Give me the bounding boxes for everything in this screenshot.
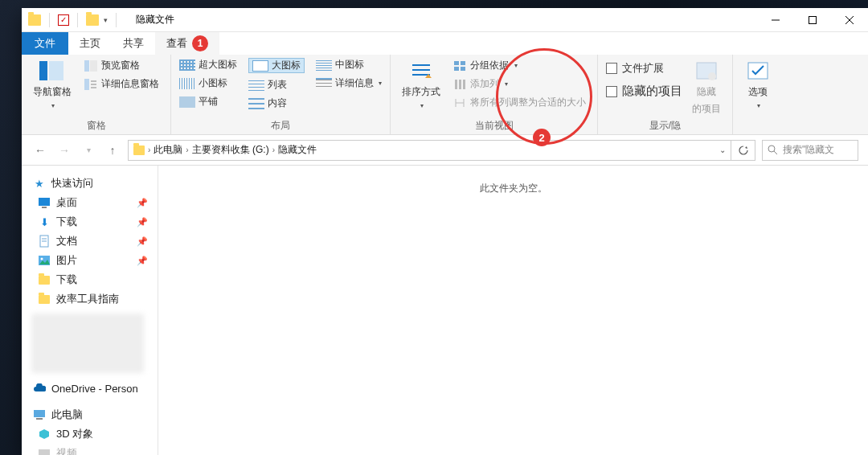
svg-rect-39 — [39, 449, 50, 455]
documents-icon — [38, 235, 51, 248]
maximize-button[interactable] — [794, 8, 831, 32]
group-label-current-view: 当前视图 — [399, 119, 589, 134]
window-title: 隐藏文件 — [136, 13, 174, 27]
content-icon — [248, 98, 264, 109]
layout-extra-large[interactable]: 超大图标 — [179, 58, 237, 72]
ribbon-group-layout: 超大图标 小图标 平铺 大图标 列表 内容 中图标 详细信息▾ 布局 — [171, 55, 391, 134]
sidebar-item-downloads-2[interactable]: 下载 — [22, 270, 158, 289]
svg-rect-15 — [454, 61, 459, 65]
sidebar-item-efficiency[interactable]: 效率工具指南 — [22, 289, 158, 309]
sort-by-button[interactable]: 排序方式 ▾ — [399, 58, 444, 111]
address-bar[interactable]: › 此电脑 › 主要资料收集 (G:) › 隐藏文件 ⌄ — [128, 140, 731, 161]
tiles-icon — [179, 96, 195, 108]
up-button[interactable]: ↑ — [104, 141, 121, 159]
empty-folder-label: 此文件夹为空。 — [480, 182, 547, 195]
ribbon-group-options: 选项 ▾ — [733, 55, 783, 134]
checkbox-icon — [606, 63, 617, 74]
layout-small[interactable]: 小图标 — [179, 76, 237, 90]
large-icons-icon — [252, 60, 268, 72]
breadcrumb-drive[interactable]: 主要资料收集 (G:) — [192, 143, 269, 157]
svg-rect-4 — [39, 61, 47, 80]
back-button[interactable]: ← — [31, 141, 49, 159]
recent-locations-dropdown[interactable]: ▾ — [80, 141, 97, 159]
svg-rect-19 — [455, 80, 457, 89]
hide-selected-button[interactable]: 隐藏 的项目 — [689, 58, 724, 117]
file-extensions-checkbox[interactable]: 文件扩展 — [606, 61, 682, 76]
sidebar-item-desktop[interactable]: 桌面 📌 — [22, 193, 158, 212]
ribbon: 导航窗格 ▾ 预览窗格 详细信息窗格 窗格 — [22, 55, 868, 135]
hidden-items-label: 隐藏的项目 — [622, 84, 682, 99]
properties-qat-icon[interactable]: ✓ — [58, 14, 69, 26]
sidebar-blurred-item — [31, 314, 144, 373]
group-by-button[interactable]: 分组依据▾ — [450, 58, 589, 73]
layout-details[interactable]: 详细信息▾ — [316, 76, 382, 90]
folder-icon — [38, 293, 51, 305]
breadcrumb-this-pc[interactable]: 此电脑 — [154, 143, 182, 157]
add-columns-label: 添加列 — [470, 77, 499, 91]
breadcrumb-folder[interactable]: 隐藏文件 — [278, 143, 317, 157]
pin-icon: 📌 — [137, 217, 148, 228]
layout-medium[interactable]: 中图标 — [316, 58, 382, 72]
qat-dropdown-icon[interactable]: ▾ — [104, 16, 108, 24]
desktop-icon — [38, 196, 51, 209]
hide-selected-label-1: 隐藏 — [697, 85, 716, 99]
search-box[interactable]: 搜索"隐藏文 — [762, 140, 858, 161]
svg-rect-8 — [84, 79, 89, 90]
dropdown-arrow-icon: ▾ — [505, 80, 508, 88]
sort-icon — [408, 59, 434, 82]
details-pane-icon — [84, 79, 97, 90]
svg-rect-1 — [809, 16, 817, 23]
minimize-button[interactable] — [757, 8, 794, 32]
tab-view[interactable]: 查看 1 — [155, 32, 219, 55]
address-dropdown-icon[interactable]: ⌄ — [719, 146, 726, 154]
small-icons-icon — [179, 78, 195, 89]
options-button[interactable]: 选项 ▾ — [741, 58, 775, 111]
group-label-panes: 窗格 — [30, 119, 162, 134]
sidebar-onedrive[interactable]: OneDrive - Person — [22, 379, 158, 397]
folder-icon — [38, 273, 51, 286]
autosize-columns-button[interactable]: 将所有列调整为合适的大小 — [450, 95, 589, 110]
sidebar-this-pc[interactable]: 此电脑 — [22, 405, 158, 424]
layout-large[interactable]: 大图标 — [248, 58, 305, 73]
main-area: ★ 快速访问 桌面 📌 ⬇ 下载 📌 文档 📌 图片 📌 — [22, 166, 868, 455]
downloads-icon: ⬇ — [38, 215, 51, 228]
sidebar-item-downloads[interactable]: ⬇ 下载 📌 — [22, 212, 158, 232]
dropdown-arrow-icon: ▾ — [51, 102, 55, 109]
hide-selected-label-2: 的项目 — [692, 102, 721, 116]
tab-share[interactable]: 共享 — [112, 32, 155, 55]
svg-rect-7 — [90, 60, 97, 72]
details-pane-button[interactable]: 详细信息窗格 — [81, 76, 162, 92]
svg-rect-17 — [454, 67, 459, 71]
pc-icon — [33, 408, 46, 421]
add-columns-button[interactable]: 添加列▾ — [450, 76, 589, 92]
sidebar-item-3d-objects[interactable]: 3D 对象 — [22, 424, 158, 444]
autosize-label: 将所有列调整为合适的大小 — [470, 96, 586, 109]
refresh-button[interactable] — [731, 140, 755, 161]
hidden-items-checkbox[interactable]: 隐藏的项目 — [606, 84, 682, 99]
chevron-right-icon: › — [186, 146, 188, 154]
group-label-show-hide: 显示/隐 — [606, 119, 724, 134]
pictures-icon — [38, 254, 51, 267]
svg-point-28 — [768, 146, 775, 152]
ribbon-group-show-hide: 文件扩展 隐藏的项目 隐藏 的项目 显示/隐 — [598, 55, 733, 134]
close-button[interactable] — [831, 8, 868, 32]
svg-rect-21 — [463, 80, 465, 89]
tab-file[interactable]: 文件 — [22, 32, 68, 55]
cube-icon — [38, 428, 51, 441]
nav-pane-button[interactable]: 导航窗格 ▾ — [30, 58, 75, 111]
dropdown-arrow-icon: ▾ — [757, 102, 760, 109]
layout-list[interactable]: 列表 — [248, 78, 305, 92]
add-columns-icon — [453, 79, 466, 90]
sidebar-item-videos[interactable]: 视频 — [22, 444, 158, 455]
sidebar-item-pictures[interactable]: 图片 📌 — [22, 251, 158, 270]
layout-tiles[interactable]: 平铺 — [179, 95, 237, 109]
ribbon-group-current-view: 排序方式 ▾ 分组依据▾ 添加列▾ 将所有列调整为合适的大小 — [391, 55, 598, 134]
sort-by-label: 排序方式 — [402, 85, 440, 99]
svg-rect-31 — [42, 207, 47, 208]
sidebar-item-documents[interactable]: 文档 📌 — [22, 232, 158, 251]
tab-home[interactable]: 主页 — [68, 32, 112, 55]
forward-button[interactable]: → — [55, 141, 73, 159]
preview-pane-button[interactable]: 预览窗格 — [81, 58, 162, 73]
layout-content[interactable]: 内容 — [248, 96, 305, 110]
sidebar-quick-access[interactable]: ★ 快速访问 — [22, 174, 158, 193]
